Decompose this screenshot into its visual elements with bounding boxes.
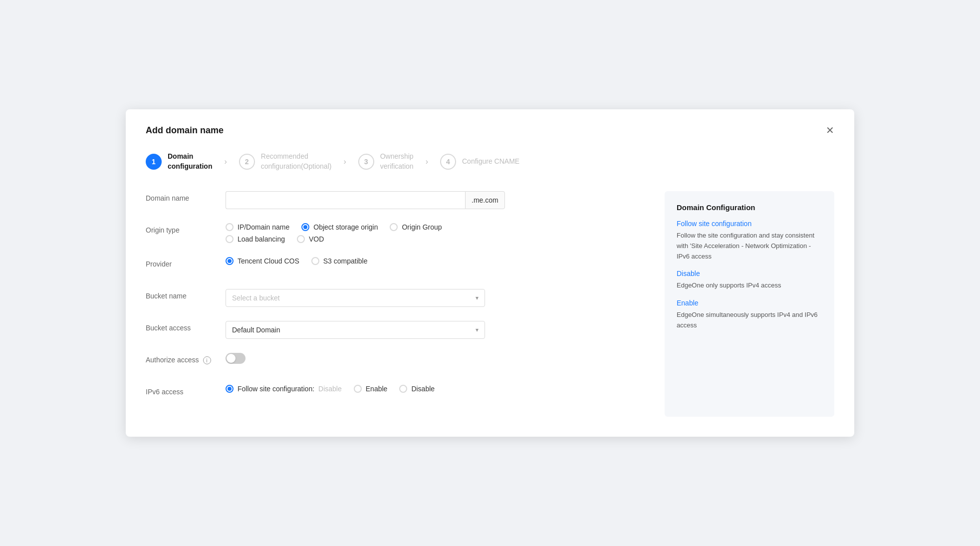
bucket-chevron-icon: ▾ [476,294,479,301]
step-1-label: Domainconfiguration [168,152,212,171]
origin-type-radio-group: IP/Domain name Object storage origin Ori… [226,223,649,243]
radio-load-balancing-label: Load balancing [238,235,285,243]
provider-row: Provider Tencent Cloud COS S3 compatible [146,257,649,275]
bucket-name-row: Bucket name Select a bucket ▾ [146,289,649,307]
radio-ip-domain[interactable]: IP/Domain name [226,223,289,231]
step-3-circle: 3 [358,154,374,170]
origin-type-row: Origin type IP/Domain name Object stor [146,223,649,243]
radio-tencent[interactable]: Tencent Cloud COS [226,257,299,265]
step-arrow-1: › [224,157,227,166]
radio-follow-site-label: Follow site configuration: [238,385,314,393]
authorize-access-label: Authorize access i [146,353,226,364]
radio-object-storage-inner [303,225,307,229]
radio-s3[interactable]: S3 compatible [311,257,368,265]
form-section: Domain name .me.com Origin type [146,191,649,417]
close-icon[interactable]: ✕ [826,125,834,135]
radio-ipv6-enable[interactable]: Enable [354,385,388,393]
authorize-access-row: Authorize access i [146,353,649,371]
radio-follow-site-outer [226,385,234,393]
origin-type-row2: Load balancing VOD [226,235,649,243]
content-area: Domain name .me.com Origin type [146,191,834,417]
bucket-access-control: Default Domain ▾ [226,321,649,339]
sidebar-info: Domain Configuration Follow site configu… [665,191,834,417]
domain-input-wrapper: .me.com [226,191,649,209]
radio-vod-outer [297,235,305,243]
ipv6-access-row: IPv6 access Follow site configuration: D… [146,385,649,403]
radio-ipv6-disable[interactable]: Disable [399,385,435,393]
radio-vod[interactable]: VOD [297,235,324,243]
radio-s3-label: S3 compatible [323,257,368,265]
domain-name-control: .me.com [226,191,649,209]
ipv6-follow-disable-text: Disable [318,385,342,393]
domain-name-row: Domain name .me.com [146,191,649,209]
sidebar-enable-desc: EdgeOne simultaneously supports IPv4 and… [677,310,822,331]
radio-origin-group-label: Origin Group [402,223,442,231]
radio-tencent-inner [228,259,232,263]
step-1: 1 Domainconfiguration [146,152,212,171]
radio-object-storage-label: Object storage origin [313,223,378,231]
provider-radio-group: Tencent Cloud COS S3 compatible [226,257,649,265]
sidebar-follow-link[interactable]: Follow site configuration [677,220,822,228]
sidebar-enable-link[interactable]: Enable [677,299,822,307]
step-4: 4 Configure CNAME [440,154,519,170]
bucket-access-chevron-icon: ▾ [476,326,479,333]
step-3-label: Ownershipverification [380,152,414,171]
domain-name-label: Domain name [146,191,226,202]
bucket-access-select[interactable]: Default Domain ▾ [226,321,485,339]
step-1-circle: 1 [146,154,162,170]
radio-object-storage[interactable]: Object storage origin [301,223,378,231]
step-4-label: Configure CNAME [462,157,519,167]
radio-tencent-label: Tencent Cloud COS [238,257,299,265]
bucket-name-select[interactable]: Select a bucket ▾ [226,289,485,307]
domain-name-input[interactable] [226,191,465,209]
stepper: 1 Domainconfiguration › 2 Recommendedcon… [146,152,834,171]
radio-ipv6-enable-outer [354,385,362,393]
bucket-access-row: Bucket access Default Domain ▾ [146,321,649,339]
sidebar-title: Domain Configuration [677,203,822,212]
radio-load-balancing-outer [226,235,234,243]
radio-ip-domain-label: IP/Domain name [238,223,289,231]
bucket-access-label: Bucket access [146,321,226,332]
sidebar-disable-desc: EdgeOne only supports IPv4 access [677,280,822,291]
step-3: 3 Ownershipverification [358,152,414,171]
domain-suffix: .me.com [465,191,505,209]
toggle-knob [227,354,236,363]
modal: Add domain name ✕ 1 Domainconfiguration … [126,109,854,437]
ipv6-access-control: Follow site configuration: Disable Enabl… [226,385,649,393]
authorize-access-info-icon[interactable]: i [203,356,211,364]
bucket-name-label: Bucket name [146,289,226,300]
radio-ipv6-enable-label: Enable [366,385,388,393]
step-arrow-2: › [343,157,346,166]
bucket-name-control: Select a bucket ▾ [226,289,649,307]
step-4-circle: 4 [440,154,456,170]
origin-type-control: IP/Domain name Object storage origin Ori… [226,223,649,243]
bucket-access-value: Default Domain [232,326,280,334]
radio-tencent-outer [226,257,234,265]
radio-s3-outer [311,257,319,265]
radio-origin-group-outer [390,223,398,231]
sidebar-follow-desc: Follow the site configuration and stay c… [677,231,822,262]
step-2-label: Recommendedconfiguration(Optional) [261,152,332,171]
radio-ipv6-disable-label: Disable [411,385,435,393]
sidebar-disable-link[interactable]: Disable [677,270,822,277]
authorize-access-toggle[interactable] [226,353,245,364]
bucket-name-placeholder: Select a bucket [232,294,280,302]
radio-follow-site-inner [228,387,232,391]
radio-follow-site[interactable]: Follow site configuration: Disable [226,385,342,393]
radio-vod-label: VOD [309,235,324,243]
authorize-access-control [226,353,649,364]
step-2-circle: 2 [239,154,255,170]
modal-title: Add domain name [146,125,224,136]
provider-control: Tencent Cloud COS S3 compatible [226,257,649,265]
ipv6-access-label: IPv6 access [146,385,226,396]
origin-type-label: Origin type [146,223,226,234]
radio-object-storage-outer [301,223,309,231]
modal-header: Add domain name ✕ [146,125,834,136]
provider-label: Provider [146,257,226,268]
ipv6-options: Follow site configuration: Disable Enabl… [226,385,649,393]
radio-load-balancing[interactable]: Load balancing [226,235,285,243]
step-arrow-3: › [426,157,428,166]
radio-ip-domain-outer [226,223,234,231]
radio-origin-group[interactable]: Origin Group [390,223,442,231]
radio-ipv6-disable-outer [399,385,407,393]
